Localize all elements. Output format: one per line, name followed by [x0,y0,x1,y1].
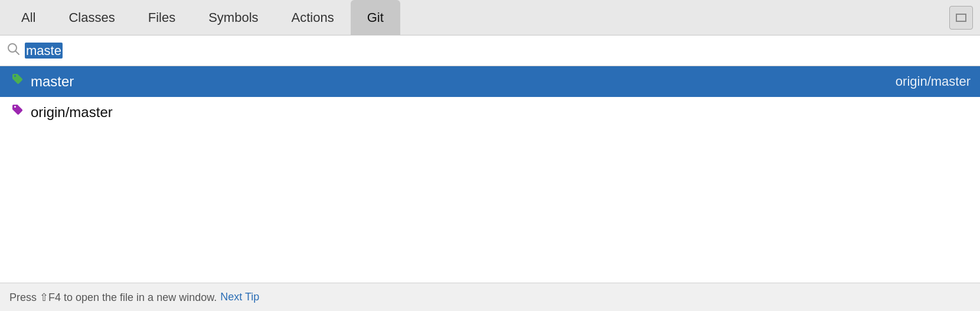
results-list: master origin/master origin/master [0,66,980,283]
result-label-master: master [31,73,896,90]
window-resize-button[interactable] [949,6,973,30]
tab-git[interactable]: Git [351,0,400,35]
tab-actions[interactable]: Actions [275,0,351,35]
tag-icon-purple [9,103,24,121]
search-bar: maste [0,35,980,66]
result-item-master[interactable]: master origin/master [0,66,980,97]
result-item-origin-master[interactable]: origin/master [0,97,980,128]
tab-spacer [400,0,949,35]
svg-line-1 [16,51,19,55]
window-resize-icon [956,14,966,22]
result-right-master: origin/master [896,74,971,89]
tip-text: Press ⇧F4 to open the file in a new wind… [9,291,217,304]
app-container: All Classes Files Symbols Actions Git ma… [0,0,980,311]
tab-symbols[interactable]: Symbols [192,0,275,35]
tab-classes[interactable]: Classes [52,0,131,35]
tab-all[interactable]: All [5,0,52,35]
tab-files[interactable]: Files [132,0,192,35]
search-icon [7,43,20,59]
tab-bar: All Classes Files Symbols Actions Git [0,0,980,35]
search-text-selected: maste [25,43,63,59]
next-tip-link[interactable]: Next Tip [220,291,259,303]
search-input[interactable]: maste [25,43,973,59]
status-bar: Press ⇧F4 to open the file in a new wind… [0,283,980,311]
result-label-origin-master: origin/master [31,104,971,121]
tag-icon-green [9,73,24,90]
